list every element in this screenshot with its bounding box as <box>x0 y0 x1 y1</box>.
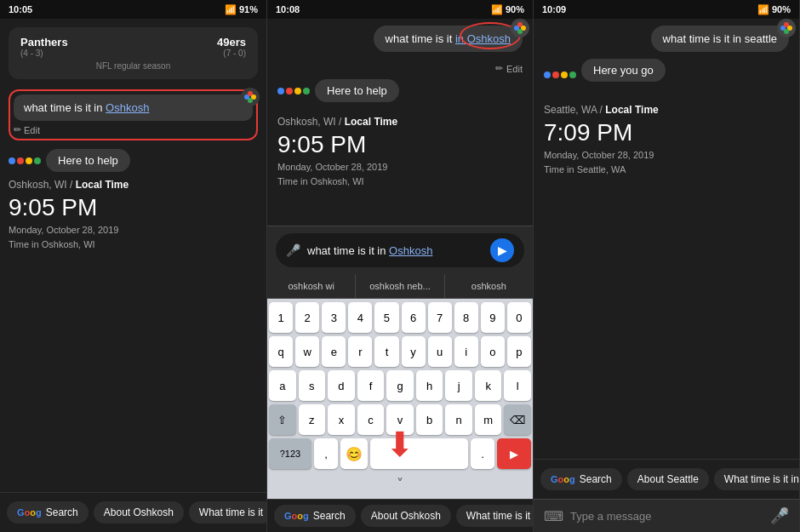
key-y[interactable]: y <box>402 336 426 367</box>
google-badge-3 <box>777 19 796 41</box>
location-label-3: Seattle, WA / Local Time <box>544 104 789 116</box>
key-5[interactable]: 5 <box>374 302 398 333</box>
assistant-row-3: Here you go <box>544 59 789 90</box>
what-chip-1[interactable]: What time is it <box>189 501 267 523</box>
user-bubble-2: what time is it in Oshkosh <box>374 26 523 52</box>
assistant-row-2: Here to help <box>277 79 523 102</box>
location-label-1: Oshkosh, WI / Local Time <box>9 179 258 191</box>
panel3-scroll: what time is it in seattle Here you go S… <box>534 19 799 459</box>
what-chip-3[interactable]: What time is it in <box>714 468 800 490</box>
key-a[interactable]: a <box>269 370 296 401</box>
key-period[interactable]: . <box>471 438 494 469</box>
key-b[interactable]: b <box>416 404 443 435</box>
input-row-2[interactable]: 🎤 what time is it in Oshkosh ▶ <box>276 233 524 267</box>
suggestion-1[interactable]: oshkosh wi <box>267 274 356 298</box>
key-s[interactable]: s <box>299 370 326 401</box>
keyboard-row-asdf: a s d f g h j k l <box>269 370 531 401</box>
svg-point-9 <box>517 29 523 34</box>
send-button-2[interactable]: ▶ <box>490 238 514 262</box>
suggestion-3[interactable]: oshkosh <box>445 274 533 298</box>
key-c[interactable]: c <box>357 404 385 435</box>
key-u[interactable]: u <box>428 336 452 367</box>
query-text-1: what time is it in Oshkosh <box>24 101 149 114</box>
keyboard-row-qwerty: q w e r t y u i o p <box>269 336 531 367</box>
key-d[interactable]: d <box>328 370 355 401</box>
key-8[interactable]: 8 <box>454 302 478 333</box>
about-chip-1[interactable]: About Oshkosh <box>94 501 184 523</box>
key-shift[interactable]: ⇧ <box>269 404 296 435</box>
input-text-2[interactable]: what time is it in Oshkosh <box>307 244 483 257</box>
keyboard: 1 2 3 4 5 6 7 8 9 0 q w e r t y u i o p … <box>267 299 533 499</box>
key-space[interactable] <box>370 438 468 469</box>
ga-dots-1 <box>9 157 41 164</box>
svg-point-14 <box>784 29 789 34</box>
keyboard-expand[interactable]: ˅ <box>269 472 531 495</box>
team1-record: (4 - 3) <box>20 49 43 58</box>
edit-row-2[interactable]: ✏ Edit <box>277 63 523 74</box>
status-bar-3: 10:09 📶 90% <box>534 0 799 19</box>
key-3[interactable]: 3 <box>322 302 346 333</box>
key-t[interactable]: t <box>374 336 398 367</box>
key-l[interactable]: l <box>504 370 531 401</box>
key-p[interactable]: p <box>507 336 531 367</box>
type-message-input[interactable]: Type a message <box>570 510 763 523</box>
suggestion-2[interactable]: oshkosh neb... <box>356 274 444 298</box>
search-chip-2[interactable]: Goog Search <box>274 505 356 527</box>
bottom-actions-3: Goog Search About Seattle What time is i… <box>534 459 799 499</box>
ga-dots-2 <box>277 88 310 94</box>
status-bar-1: 10:05 📶 91% <box>0 0 266 19</box>
key-send[interactable]: ▶ <box>497 438 531 469</box>
key-h[interactable]: h <box>416 370 443 401</box>
bottom-actions-1: Goog Search About Oshkosh What time is i… <box>0 492 266 532</box>
key-r[interactable]: r <box>348 336 372 367</box>
key-7[interactable]: 7 <box>428 302 452 333</box>
nfl-season-label: NFL regular season <box>20 61 246 71</box>
key-emoji[interactable]: 😊 <box>340 438 368 469</box>
key-x[interactable]: x <box>328 404 355 435</box>
google-assistant-badge-1 <box>241 88 260 106</box>
key-6[interactable]: 6 <box>402 302 426 333</box>
key-n[interactable]: n <box>445 404 472 435</box>
key-0[interactable]: 0 <box>507 302 531 333</box>
panel1-content: Panthers 49ers (4 - 3) (7 - 0) NFL regul… <box>0 19 266 492</box>
key-2[interactable]: 2 <box>295 302 319 333</box>
key-k[interactable]: k <box>475 370 502 401</box>
key-numbers[interactable]: ?123 <box>269 438 311 469</box>
here-you-go: Here you go <box>581 59 666 82</box>
status-icons-1: 📶 91% <box>225 4 258 15</box>
key-f[interactable]: f <box>357 370 385 401</box>
edit-button-1[interactable]: ✏ Edit <box>14 124 253 135</box>
key-m[interactable]: m <box>475 404 502 435</box>
key-4[interactable]: 4 <box>348 302 372 333</box>
google-badge-2 <box>511 19 529 41</box>
key-j[interactable]: j <box>445 370 472 401</box>
key-9[interactable]: 9 <box>481 302 505 333</box>
mic-button-3[interactable]: 🎤 <box>770 506 789 525</box>
google-icon-3: Goog <box>551 474 575 484</box>
search-chip-3[interactable]: Goog Search <box>540 468 622 490</box>
here-to-help-1: Here to help <box>46 149 130 172</box>
key-delete[interactable]: ⌫ <box>504 404 531 435</box>
key-z[interactable]: z <box>299 404 326 435</box>
mic-icon-2: 🎤 <box>286 243 300 257</box>
what-chip-2[interactable]: What time is it <box>456 505 534 527</box>
key-v[interactable]: v <box>386 404 414 435</box>
key-i[interactable]: i <box>454 336 478 367</box>
search-chip-1[interactable]: Goog Search <box>7 501 89 523</box>
status-time-3: 10:09 <box>542 4 566 14</box>
key-e[interactable]: e <box>322 336 346 367</box>
nfl-records: (4 - 3) (7 - 0) <box>20 49 246 58</box>
keyboard-row-bottom: ?123 , 😊 . ▶ <box>269 438 531 469</box>
time-display-3: 7:09 PM <box>544 119 789 146</box>
key-1[interactable]: 1 <box>269 302 293 333</box>
key-g[interactable]: g <box>386 370 414 401</box>
query-bubble-1: what time is it in Oshkosh <box>14 94 253 121</box>
about-chip-2[interactable]: About Oshkosh <box>361 505 451 527</box>
about-chip-3[interactable]: About Seattle <box>627 468 709 490</box>
key-o[interactable]: o <box>481 336 505 367</box>
key-w[interactable]: w <box>295 336 319 367</box>
bottom-actions-2: Goog Search About Oshkosh What time is i… <box>267 499 533 532</box>
key-q[interactable]: q <box>269 336 293 367</box>
time-display-2: 9:05 PM <box>277 131 523 158</box>
key-comma[interactable]: , <box>314 438 338 469</box>
